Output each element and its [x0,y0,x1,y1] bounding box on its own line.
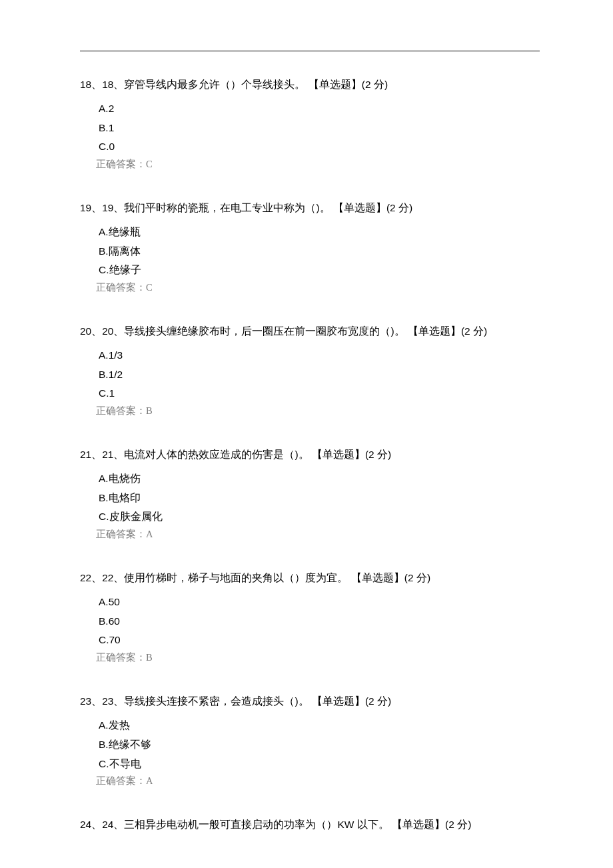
correct-answer: 正确答案：B [80,651,540,664]
correct-answer: 正确答案：A [80,528,540,541]
question-block: 21、21、电流对人体的热效应造成的伤害是（)。 【单选题】(2 分) A.电烧… [80,447,540,541]
option-c: C.0 [99,137,540,157]
question-block: 22、22、使用竹梯时，梯子与地面的夹角以（）度为宜。 【单选题】(2 分) A… [80,570,540,664]
option-a: A.绝缘瓶 [99,223,540,242]
option-c: C.70 [99,631,540,650]
option-b: B.隔离体 [99,242,540,261]
correct-answer: 正确答案：B [80,405,540,417]
option-b: B.1/2 [99,365,540,385]
question-block: 24、24、三相异步电动机一般可直接启动的功率为（）KW 以下。 【单选题】(2… [80,817,540,833]
options: A.绝缘瓶 B.隔离体 C.绝缘子 [80,223,540,280]
options: A.1/3 B.1/2 C.1 [80,346,540,403]
option-a: A.1/3 [99,346,540,365]
option-a: A.2 [99,99,540,119]
question-block: 18、18、穿管导线内最多允许（）个导线接头。 【单选题】(2 分) A.2 B… [80,77,540,171]
question-stem: 23、23、导线接头连接不紧密，会造成接头（)。 【单选题】(2 分) [80,693,540,709]
question-stem: 22、22、使用竹梯时，梯子与地面的夹角以（）度为宜。 【单选题】(2 分) [80,570,540,586]
options: A.发热 B.绝缘不够 C.不导电 [80,716,540,773]
option-b: B.1 [99,119,540,138]
option-a: A.电烧伤 [99,469,540,489]
options: A.50 B.60 C.70 [80,593,540,650]
option-c: C.皮肤金属化 [99,507,540,527]
question-stem: 21、21、电流对人体的热效应造成的伤害是（)。 【单选题】(2 分) [80,447,540,463]
question-block: 20、20、导线接头缠绝缘胶布时，后一圈压在前一圈胶布宽度的（)。 【单选题】(… [80,323,540,417]
correct-answer: 正确答案：A [80,775,540,787]
question-list: 18、18、穿管导线内最多允许（）个导线接头。 【单选题】(2 分) A.2 B… [80,77,540,862]
option-b: B.电烙印 [99,489,540,508]
question-stem: 20、20、导线接头缠绝缘胶布时，后一圈压在前一圈胶布宽度的（)。 【单选题】(… [80,323,540,339]
option-a: A.发热 [99,716,540,735]
options: A.2 B.1 C.0 [80,99,540,157]
question-stem: 24、24、三相异步电动机一般可直接启动的功率为（）KW 以下。 【单选题】(2… [80,817,540,833]
options: A.电烧伤 B.电烙印 C.皮肤金属化 [80,469,540,527]
option-b: B.60 [99,612,540,631]
correct-answer: 正确答案：C [80,281,540,294]
question-stem: 18、18、穿管导线内最多允许（）个导线接头。 【单选题】(2 分) [80,77,540,93]
option-a: A.50 [99,593,540,612]
correct-answer: 正确答案：C [80,158,540,171]
header-rule [80,51,540,51]
option-b: B.绝缘不够 [99,735,540,755]
option-c: C.1 [99,384,540,403]
question-stem: 19、19、我们平时称的瓷瓶，在电工专业中称为（)。 【单选题】(2 分) [80,200,540,216]
question-block: 23、23、导线接头连接不紧密，会造成接头（)。 【单选题】(2 分) A.发热… [80,693,540,787]
question-block: 19、19、我们平时称的瓷瓶，在电工专业中称为（)。 【单选题】(2 分) A.… [80,200,540,294]
option-c: C.不导电 [99,755,540,774]
option-c: C.绝缘子 [99,261,540,280]
